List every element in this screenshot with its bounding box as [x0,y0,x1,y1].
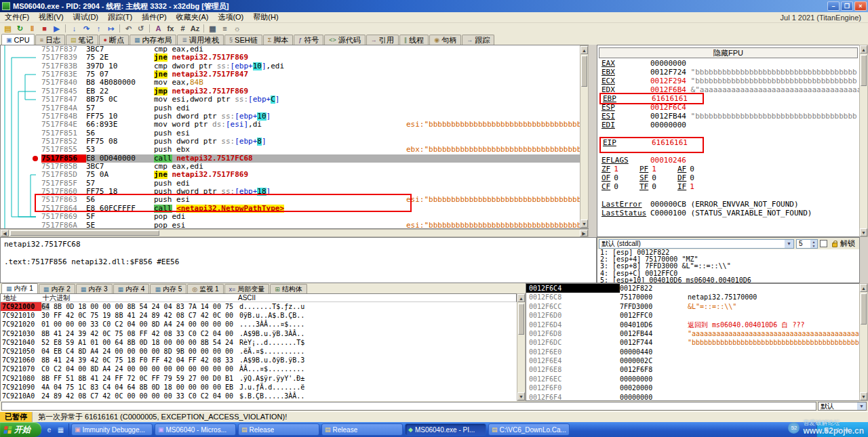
dump-tab-memory-1[interactable]: ▦内存 1 [1,283,38,293]
tab-call-stack[interactable]: ≣调用堆栈 [177,35,224,45]
disasm-row[interactable]: 7517F840B8 4B080000mov eax,84B [1,79,580,87]
stack-pane[interactable]: 0012F6C40012F8220012F6C875170000netapi32… [526,283,860,401]
run-icon[interactable]: ▶ [51,24,62,33]
disasm-row[interactable]: 7517F85F57push edi [1,180,580,188]
disasm-row[interactable]: 7517F852FF75 08push dword ptr ss:[ebp+8] [1,138,580,146]
breakpoint-gutter[interactable] [1,104,41,112]
dump-row[interactable]: 7C92100064 8B 0D 18 00 00 00 8B 54 24 04… [1,302,517,311]
breakpoint-gutter[interactable] [1,213,41,221]
stack-row[interactable]: 0012F6D80012FB44"aaaaaaaaaaaaaaaaaaaaaaa… [526,329,859,338]
close-button[interactable]: × [854,1,867,11]
stack-row[interactable]: 0012F6EC00000000 [526,375,859,383]
disasm-row[interactable]: 7517F85B3BC7cmp eax,edi [1,163,580,171]
tab-cpu[interactable]: ▣CPU [1,34,35,45]
register-value[interactable]: C0000100 (STATUS_VARIABLE_NOT_FOUND) [650,209,812,217]
scroll-thumb[interactable] [10,230,159,236]
disasm-row[interactable]: 7517F84E66:893Emov word ptr ds:[esi],die… [1,121,580,129]
back-icon[interactable]: ↶ [123,24,134,33]
scroll-up-icon[interactable]: ▲ [517,294,525,302]
stack-row[interactable]: 0012F6F400000000 [526,393,859,402]
dump-tab-memory-4[interactable]: ▦内存 4 [113,284,150,293]
breakpoint-icon[interactable] [33,156,38,161]
tab-handles[interactable]: ◉句柄 [429,35,461,45]
quicklaunch-ie-icon[interactable]: e [44,426,54,434]
task-x32dbg[interactable]: ◆MS06040.exe - PI... [405,423,486,436]
scroll-thumb[interactable] [861,293,867,325]
dump-tab-memory-5[interactable]: ▦内存 5 [150,284,186,293]
step-out-icon[interactable]: ↑ [93,24,104,33]
disasm-row[interactable]: 7517F85553push ebxebx:"bbbbbbbbbbbbbbbbb… [1,146,580,154]
dump-tab-memory-2[interactable]: ▦内存 2 [39,284,75,293]
breakpoint-gutter[interactable] [1,180,41,188]
script-icon[interactable]: A [153,24,164,33]
breakpoint-gutter[interactable] [1,112,41,121]
menu-item[interactable]: 插件(P) [137,12,172,22]
dump-row[interactable]: 7C92105004 EB C4 8D A4 24 00 00 00 00 8D… [1,347,517,356]
stop-icon[interactable]: ■ [39,24,50,33]
task-immunity[interactable]: ▣Immunity Debugge... [71,423,153,436]
stack-row[interactable]: 0012F6E80012F6F8 [526,365,859,374]
flag-df[interactable]: DF0 [677,173,715,182]
breakpoint-gutter[interactable] [1,171,41,179]
tab-trace[interactable]: →跟踪 [462,35,494,45]
tab-log[interactable]: ≡日志 [35,35,65,45]
memory-map-icon[interactable]: ▦ [207,24,218,33]
dump-vscrollbar[interactable]: ▲ ▼ [517,293,526,401]
flag-sf[interactable]: SF0 [639,173,677,182]
step-into-icon[interactable]: ↓ [68,24,80,33]
stack-row[interactable]: 0012F6CC7FFD3000&L"=::=::\\" [526,302,859,311]
chevron-down-icon[interactable]: ▼ [785,240,793,248]
tab-seh[interactable]: §SEH链 [224,35,262,45]
breakpoint-gutter[interactable] [1,138,41,146]
register-row[interactable]: LastStatusC0000100 (STATUS_VARIABLE_NOT_… [597,209,859,217]
task-release-1[interactable]: ▤Release [238,423,319,436]
task-folder-vc6[interactable]: ▤C:\VC6_DownLo.Ca... [488,423,570,436]
menu-item[interactable]: 文件(F) [0,12,34,22]
scroll-thumb[interactable] [581,56,587,87]
spinner-arrows-icon[interactable]: ▲▼ [810,240,817,248]
stack-row[interactable]: 0012F6F000020000 [526,383,859,392]
task-release-2[interactable]: ▤Release [321,423,403,436]
tab-threads[interactable]: ∥线程 [399,35,429,45]
flag-tf[interactable]: TF0 [639,182,677,191]
stack-row[interactable]: 0012F6E000000440 [526,348,859,356]
disasm-row[interactable]: 7517F845EB 22jmp netapi32.7517F869 [1,87,580,96]
breakpoint-gutter[interactable] [1,79,41,87]
menu-item[interactable]: 帮助(H) [248,12,283,22]
stack-row[interactable]: 0012F6C875170000netapi32.75170000 [526,293,859,301]
scroll-down-icon[interactable]: ▼ [860,228,867,236]
dump-row[interactable]: 7C9210808B FF 51 8B 41 24 FF 72 0C FF 79… [1,374,517,383]
scroll-thumb[interactable] [861,55,867,86]
register-row[interactable]: ESI0012FB44 "bbbbbbbbbbbbbbbbbbbbbbbbbbb… [597,112,859,121]
tab-symbols[interactable]: ƒ符号 [294,35,323,45]
hide-fpu-button[interactable]: 隐藏FPU [599,47,858,58]
scroll-down-icon[interactable]: ▼ [580,220,588,228]
stack-row[interactable]: 0012F6DC0012F744"bbbbbbbbbbbbbbbbbbbbbbb… [526,338,859,347]
register-row[interactable]: ZF1PF1AF0 [597,165,859,173]
dump-tab-memory-3[interactable]: ▦内存 3 [76,284,113,293]
pause-icon[interactable]: ‖ [26,24,38,33]
restart-icon[interactable]: ↻ [14,24,26,33]
register-row[interactable]: EAX00000000 [597,59,859,68]
memory-dump-pane[interactable]: 7C92100064 8B 0D 18 00 00 00 8B 54 24 04… [0,302,517,401]
register-value[interactable]: 00000000 [650,59,686,68]
tab-breakpoints[interactable]: ●断点 [99,35,129,45]
args-lock-checkbox[interactable] [820,240,827,247]
calling-convention-select[interactable]: 默认 (stdcall) ▼ [599,239,794,249]
register-row[interactable]: EDI00000000 [597,121,859,129]
stack-row[interactable]: 0012F6D4004010D6返回到 ms06040.004010D6 自 ?… [526,320,859,329]
breakpoint-gutter[interactable] [1,146,41,154]
breakpoint-gutter[interactable] [1,154,41,163]
disasm-row[interactable]: 7517F86A5Epop esiesi:"bbbbbbbbbbbbbbbbbb… [1,222,580,229]
disasm-row[interactable]: 7517F864E8 60FCFFFFcall <netapi32.NetpwP… [1,205,580,213]
command-input[interactable] [1,402,816,411]
disasm-row[interactable]: 7517F8695Fpop edi [1,213,580,221]
disasm-row[interactable]: 7517F85D75 0Ajne netapi32.7517F869 [1,171,580,179]
dump-tab-watch-1[interactable]: ◎监视 1 [187,284,223,293]
disasm-hscrollbar[interactable]: ◀ ▶ [0,229,589,237]
fx-icon[interactable]: fx [165,24,176,33]
stack-vscrollbar[interactable]: ▲ ▼ [859,283,868,401]
disassembly-pane[interactable]: 7517F8373BC7cmp eax,edi7517F83975 2Ejne … [0,45,589,229]
flag-pf[interactable]: PF1 [639,165,677,173]
refresh-icon[interactable]: ↺ [135,24,146,33]
